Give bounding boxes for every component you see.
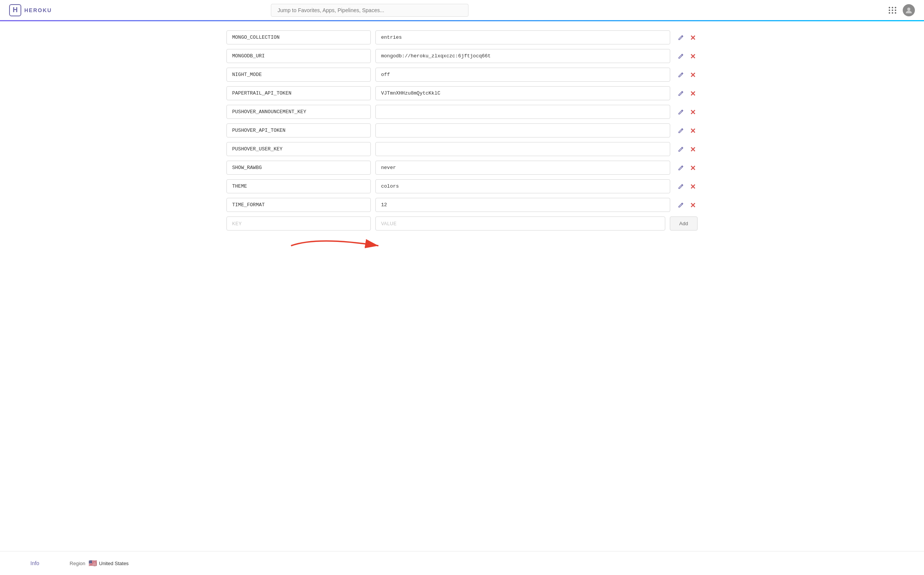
x-icon [690,91,696,97]
config-key-input[interactable] [226,160,371,175]
delete-button[interactable] [689,126,698,135]
table-row [226,86,698,100]
region-section: Region 🇺🇸 United States [70,559,129,567]
pencil-icon [678,72,684,78]
table-row [226,198,698,212]
region-value: 🇺🇸 United States [89,559,129,567]
pencil-icon [678,91,684,97]
config-value-input[interactable] [375,68,670,82]
edit-button[interactable] [676,182,685,191]
config-rows [226,30,698,212]
add-button[interactable]: Add [670,216,698,230]
config-row-actions [675,145,698,154]
config-value-input[interactable] [375,142,670,156]
config-key-input[interactable] [226,49,371,63]
config-row-actions [675,108,698,117]
x-icon [690,72,696,78]
config-row-actions [675,126,698,135]
flag-icon: 🇺🇸 [89,559,97,567]
config-key-input[interactable] [226,198,371,212]
pencil-icon [678,35,684,41]
x-icon [690,53,696,59]
edit-button[interactable] [676,33,685,42]
x-icon [690,109,696,115]
table-row [226,160,698,175]
x-icon [690,128,696,134]
edit-button[interactable] [676,145,685,154]
config-vars-container: Add [196,30,728,261]
config-value-input[interactable] [375,49,670,63]
config-value-input[interactable] [375,30,670,44]
delete-button[interactable] [689,108,698,117]
config-key-input[interactable] [226,68,371,82]
pencil-icon [678,128,684,134]
pencil-icon [678,202,684,208]
table-row [226,30,698,44]
config-value-input[interactable] [375,198,670,212]
user-avatar[interactable] [903,4,915,16]
logo-name: HEROKU [24,7,52,13]
config-value-input[interactable] [375,179,670,193]
config-key-input[interactable] [226,105,371,119]
config-key-input[interactable] [226,86,371,100]
x-icon [690,146,696,152]
table-row [226,124,698,138]
heroku-logo[interactable]: H HEROKU [9,4,52,16]
table-row [226,179,698,193]
arrow-icon [287,234,394,257]
config-key-input[interactable] [226,30,371,44]
region-label: Region [70,561,85,566]
table-row [226,49,698,63]
pencil-icon [678,53,684,59]
search-container [271,4,468,17]
arrow-annotation [226,230,698,261]
app-header: H HEROKU [0,0,924,21]
pencil-icon [678,146,684,152]
pencil-icon [678,183,684,189]
config-value-input[interactable] [375,124,670,138]
edit-button[interactable] [676,200,685,210]
delete-button[interactable] [689,200,698,210]
config-row-actions [675,163,698,172]
delete-button[interactable] [689,163,698,172]
config-key-input[interactable] [226,179,371,193]
delete-button[interactable] [689,182,698,191]
logo-icon: H [9,4,21,16]
delete-button[interactable] [689,89,698,98]
pencil-icon [678,165,684,171]
config-row-actions [675,33,698,42]
edit-button[interactable] [676,163,685,172]
info-link[interactable]: Info [30,560,39,566]
config-value-input[interactable] [375,86,670,100]
config-row-actions [675,70,698,79]
delete-button[interactable] [689,145,698,154]
x-icon [690,35,696,41]
delete-button[interactable] [689,70,698,79]
config-key-input[interactable] [226,142,371,156]
edit-button[interactable] [676,70,685,79]
page-footer: Info Region 🇺🇸 United States [0,551,924,575]
edit-button[interactable] [676,108,685,117]
search-input[interactable] [271,4,468,17]
table-row [226,105,698,119]
main-content: Add [196,21,728,551]
edit-button[interactable] [676,126,685,135]
new-key-input[interactable] [226,216,371,230]
region-country: United States [99,561,129,566]
table-row [226,142,698,156]
config-row-actions [675,89,698,98]
config-row-actions [675,182,698,191]
edit-button[interactable] [676,89,685,98]
config-value-input[interactable] [375,105,670,119]
config-key-input[interactable] [226,124,371,138]
config-value-input[interactable] [375,160,670,175]
table-row [226,68,698,82]
x-icon [690,183,696,189]
config-row-actions [675,52,698,61]
svg-point-0 [907,8,910,11]
new-value-input[interactable] [375,216,665,230]
delete-button[interactable] [689,52,698,61]
delete-button[interactable] [689,33,698,42]
edit-button[interactable] [676,52,685,61]
apps-grid-icon[interactable] [889,7,897,14]
